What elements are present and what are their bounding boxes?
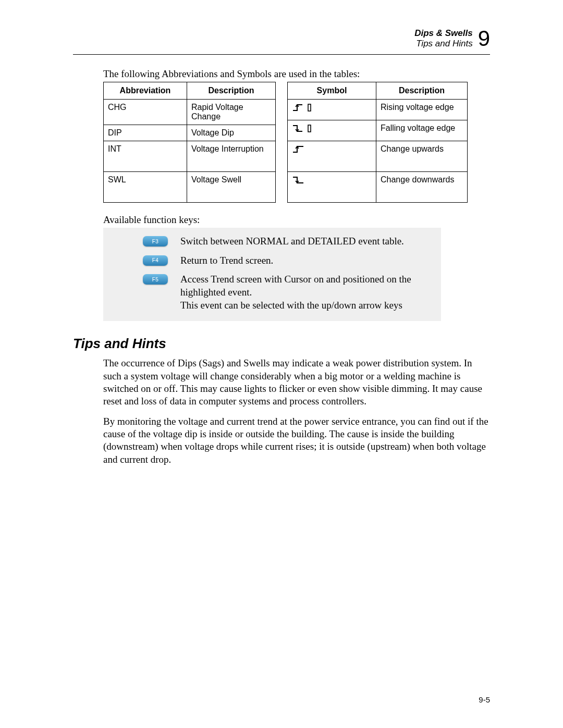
change-up-icon <box>292 144 308 156</box>
f4-key-icon: F4 <box>143 255 168 266</box>
svg-rect-0 <box>308 104 311 111</box>
page: Dips & Swells Tips and Hints 9 The follo… <box>0 0 563 728</box>
table-row: CHG Rapid Voltage Change <box>104 100 276 125</box>
falling-edge-icon <box>292 124 315 135</box>
abbrev-desc-cell: Voltage Swell <box>187 172 276 203</box>
symbol-desc-cell: Rising voltage edge <box>376 100 468 120</box>
function-key-text: Return to Trend screen. <box>180 254 434 267</box>
svg-rect-1 <box>308 125 311 132</box>
abbrev-desc-cell: Voltage Interruption <box>187 141 276 172</box>
abbrev-header-description: Description <box>187 82 276 100</box>
symbol-desc-cell: Change upwards <box>376 141 468 172</box>
table-row: DIP Voltage Dip <box>104 125 276 141</box>
table-row: Falling voltage edge <box>288 120 468 141</box>
function-key-col: F3 <box>111 235 180 246</box>
function-key-row: F5 Access Trend screen with Cursor on an… <box>111 273 434 312</box>
abbrev-desc-cell: Rapid Voltage Change <box>187 100 276 125</box>
rising-edge-icon <box>292 103 315 114</box>
symbol-cell <box>288 100 376 120</box>
chapter-number: 9 <box>478 26 490 51</box>
page-header: Dips & Swells Tips and Hints 9 <box>73 26 490 51</box>
abbrev-header-abbreviation: Abbreviation <box>104 82 187 100</box>
symbol-desc-cell: Falling voltage edge <box>376 120 468 141</box>
abbrev-cell: SWL <box>104 172 187 203</box>
symbol-cell <box>288 141 376 172</box>
f5-key-icon: F5 <box>143 274 168 285</box>
table-row: INT Voltage Interruption <box>104 141 276 172</box>
table-row: Change downwards <box>288 172 468 203</box>
abbrev-cell: CHG <box>104 100 187 125</box>
function-key-text: Access Trend screen with Cursor on and p… <box>180 273 434 312</box>
change-down-icon <box>292 175 308 187</box>
tables-intro-text: The following Abbreviations and Symbols … <box>103 68 490 80</box>
symbol-cell <box>288 172 376 203</box>
section-title-small: Tips and Hints <box>414 39 472 49</box>
body-paragraph: The occurrence of Dips (Sags) and Swells… <box>103 357 490 408</box>
symbol-table: Symbol Description <box>287 82 468 203</box>
chapter-title: Dips & Swells <box>414 28 472 39</box>
abbreviation-table: Abbreviation Description CHG Rapid Volta… <box>103 82 276 203</box>
table-row: SWL Voltage Swell <box>104 172 276 203</box>
symbol-header-symbol: Symbol <box>288 82 376 100</box>
table-row: Change upwards <box>288 141 468 172</box>
function-key-col: F4 <box>111 254 180 266</box>
section-heading-tips-and-hints: Tips and Hints <box>73 336 490 352</box>
symbol-desc-cell: Change downwards <box>376 172 468 203</box>
tables-row: Abbreviation Description CHG Rapid Volta… <box>103 82 490 203</box>
page-number: 9-5 <box>479 695 490 704</box>
function-keys-caption: Available function keys: <box>103 214 490 226</box>
abbrev-cell: DIP <box>104 125 187 141</box>
header-titles: Dips & Swells Tips and Hints <box>414 28 472 48</box>
symbol-cell <box>288 120 376 141</box>
symbol-header-description: Description <box>376 82 468 100</box>
body-paragraph: By monitoring the voltage and current tr… <box>103 415 490 466</box>
f3-key-icon: F3 <box>143 236 168 246</box>
function-key-row: F3 Switch between NORMAL and DETAILED ev… <box>111 235 434 248</box>
header-rule <box>73 54 490 55</box>
abbrev-desc-cell: Voltage Dip <box>187 125 276 141</box>
abbrev-cell: INT <box>104 141 187 172</box>
table-row: Rising voltage edge <box>288 100 468 120</box>
function-key-row: F4 Return to Trend screen. <box>111 254 434 267</box>
function-key-col: F5 <box>111 273 180 285</box>
function-keys-box: F3 Switch between NORMAL and DETAILED ev… <box>103 228 441 321</box>
function-key-text: Switch between NORMAL and DETAILED event… <box>180 235 434 248</box>
